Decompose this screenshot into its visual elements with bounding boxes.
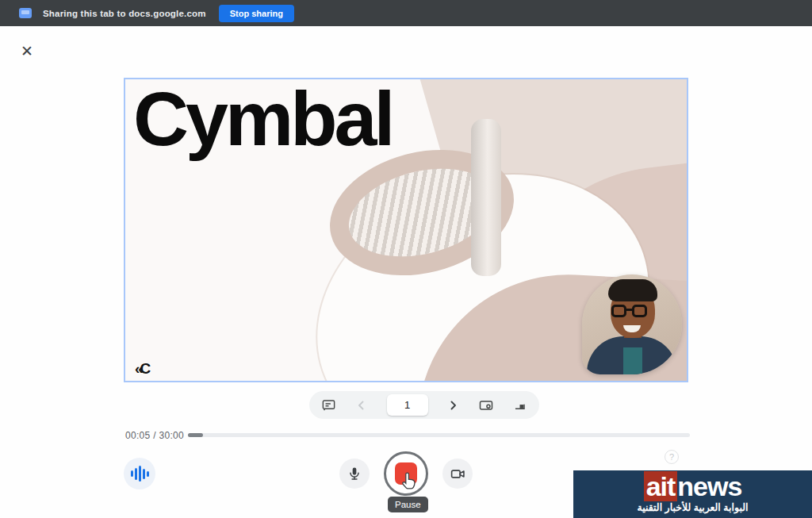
screen-share-icon — [19, 8, 32, 18]
sharing-message: Sharing this tab to docs.google.com — [43, 9, 206, 18]
presenter-glasses-bridge — [626, 309, 634, 311]
presenter-glasses — [632, 305, 647, 317]
recording-time: 00:05 / 30:00 — [125, 430, 184, 441]
aitnews-logo-ait: ait — [644, 471, 678, 501]
picture-in-picture-icon[interactable] — [478, 397, 494, 413]
page-number-box[interactable]: 1 — [387, 394, 428, 416]
audio-levels-icon — [131, 466, 149, 482]
microphone-button[interactable] — [339, 459, 370, 489]
pause-tooltip: Pause — [388, 497, 428, 512]
microphone-icon — [347, 466, 362, 482]
help-icon[interactable]: ? — [665, 450, 679, 464]
aitnews-logo-news: news — [677, 471, 741, 501]
camera-button[interactable] — [442, 459, 473, 489]
speaker-notes-icon[interactable] — [321, 397, 336, 412]
slide-preview: Cymbal «C — [124, 78, 688, 382]
chevron-right-icon[interactable] — [446, 398, 460, 412]
bubble-corner-icon[interactable] — [512, 397, 527, 412]
stop-recording-button[interactable] — [384, 451, 428, 496]
video-camera-icon — [450, 466, 466, 482]
recording-progress-bar[interactable] — [188, 433, 690, 437]
presenter-shirt — [623, 347, 642, 374]
stop-recording-icon — [395, 462, 417, 485]
presenter-glasses — [611, 305, 626, 317]
slide-title: Cymbal — [133, 79, 392, 159]
aitnews-tagline: البوابة العربية للأخبار التقنية — [638, 502, 749, 514]
chevron-left-icon[interactable] — [354, 398, 369, 412]
aitnews-logo: aitnews — [644, 470, 742, 502]
tab-sharing-bar: Sharing this tab to docs.google.com Stop… — [0, 0, 812, 26]
presenter-hair — [608, 279, 657, 301]
close-icon[interactable]: ✕ — [21, 44, 33, 59]
presenter-webcam-bubble[interactable] — [582, 274, 682, 374]
aitnews-watermark: aitnews البوابة العربية للأخبار التقنية — [573, 470, 812, 518]
arch-shape — [471, 119, 501, 276]
progress-fill — [188, 433, 203, 437]
stop-sharing-button[interactable]: Stop sharing — [219, 5, 294, 22]
recording-screen: Sharing this tab to docs.google.com Stop… — [0, 0, 812, 518]
slide-nav-toolbar: 1 — [309, 391, 539, 419]
audio-levels-button[interactable] — [124, 458, 155, 489]
cymbal-logo-mark: «C — [135, 360, 147, 378]
